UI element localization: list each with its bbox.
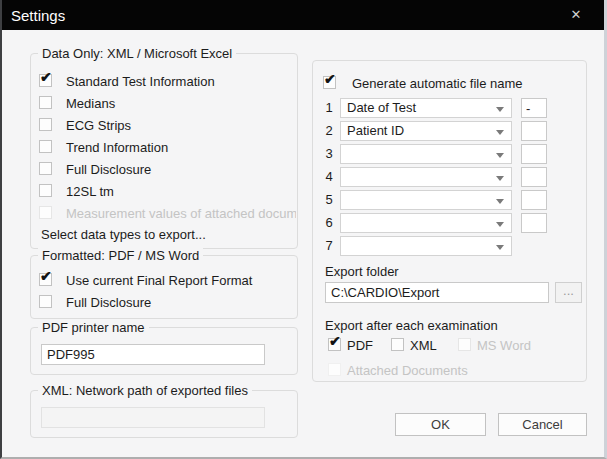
dialog-body: Data Only: XML / Microsoft Excel ✔ Stand… xyxy=(2,30,604,457)
checkbox-ecg-strips[interactable]: ECG Strips xyxy=(39,117,293,133)
checkbox-box-xml[interactable] xyxy=(391,338,404,351)
group-title: XML: Network path of exported files xyxy=(38,383,252,398)
checkbox-full-disclosure-formatted[interactable]: Full Disclosure xyxy=(39,294,293,310)
dropdown-value: Date of Test xyxy=(347,100,416,115)
close-icon[interactable]: ✕ xyxy=(561,2,591,26)
pdf-printer-group: PDF printer name xyxy=(30,327,298,375)
checkmark-icon: ✔ xyxy=(40,269,52,283)
checkmark-icon: ✔ xyxy=(324,72,336,86)
checkbox-12sl-tm[interactable]: 12SL tm xyxy=(39,183,293,199)
file-name-part-row-1: 1 Date of Test xyxy=(313,98,588,118)
file-name-part-row-3: 3 xyxy=(313,144,588,164)
row-number: 5 xyxy=(321,192,337,207)
file-name-part-row-4: 4 xyxy=(313,167,588,187)
ok-button[interactable]: OK xyxy=(395,413,486,436)
row-number: 6 xyxy=(321,215,337,230)
dropdown-value: Patient ID xyxy=(347,123,404,138)
checkbox-label-xml: XML xyxy=(410,338,437,353)
chevron-down-icon xyxy=(496,222,504,227)
checkbox-full-disclosure-data[interactable]: Full Disclosure xyxy=(39,161,293,177)
checkbox-label: Full Disclosure xyxy=(66,295,151,310)
row-number: 3 xyxy=(321,146,337,161)
checkmark-icon: ✔ xyxy=(40,70,52,84)
row-number: 1 xyxy=(321,100,337,115)
checkbox-box[interactable] xyxy=(39,162,52,175)
checkbox-box[interactable] xyxy=(39,184,52,197)
name-part-7-dropdown[interactable] xyxy=(340,236,512,256)
checkbox-label: Trend Information xyxy=(66,140,168,155)
checkbox-label: 12SL tm xyxy=(66,184,114,199)
name-part-2-dropdown[interactable]: Patient ID xyxy=(340,121,512,141)
chevron-down-icon xyxy=(496,130,504,135)
checkbox-box-pdf[interactable]: ✔ xyxy=(328,338,341,351)
chevron-down-icon xyxy=(496,176,504,181)
checkbox-label: Measurement values of attached documents xyxy=(66,206,296,221)
data-only-group: Data Only: XML / Microsoft Excel ✔ Stand… xyxy=(30,53,298,249)
file-name-part-row-2: 2 Patient ID xyxy=(313,121,588,141)
export-folder-label: Export folder xyxy=(325,264,399,279)
pdf-printer-name-input[interactable] xyxy=(41,344,265,365)
checkbox-box xyxy=(328,363,341,376)
separator-6-input[interactable] xyxy=(521,213,547,233)
export-folder-input[interactable] xyxy=(325,282,549,303)
name-part-5-dropdown[interactable] xyxy=(340,190,512,210)
checkbox-use-current-final-report-format[interactable]: ✔ Use current Final Report Format xyxy=(39,272,293,288)
file-name-group: ✔ Generate automatic file name 1 Date of… xyxy=(312,60,587,382)
chevron-down-icon xyxy=(496,199,504,204)
xml-path-group: XML: Network path of exported files xyxy=(30,390,298,438)
checkbox-label-pdf: PDF xyxy=(347,338,373,353)
checkbox-box[interactable] xyxy=(39,96,52,109)
checkbox-label: Use current Final Report Format xyxy=(66,273,252,288)
name-part-1-dropdown[interactable]: Date of Test xyxy=(340,98,512,118)
checkbox-label: Generate automatic file name xyxy=(352,76,523,91)
checkbox-box[interactable] xyxy=(39,118,52,131)
checkbox-label: Medians xyxy=(66,96,115,111)
checkbox-box[interactable]: ✔ xyxy=(39,74,52,87)
checkbox-box[interactable]: ✔ xyxy=(323,76,336,89)
formatted-group: Formatted: PDF / MS Word ✔ Use current F… xyxy=(30,255,298,319)
checkbox-medians[interactable]: Medians xyxy=(39,95,293,111)
checkbox-box[interactable] xyxy=(39,295,52,308)
chevron-down-icon xyxy=(496,245,504,250)
checkbox-standard-test-information[interactable]: ✔ Standard Test Information xyxy=(39,73,293,89)
browse-button[interactable]: ... xyxy=(555,282,582,303)
row-number: 4 xyxy=(321,169,337,184)
checkbox-trend-information[interactable]: Trend Information xyxy=(39,139,293,155)
name-part-4-dropdown[interactable] xyxy=(340,167,512,187)
checkbox-measurement-values: Measurement values of attached documents xyxy=(39,205,296,221)
separator-5-input[interactable] xyxy=(521,190,547,210)
checkbox-label: Full Disclosure xyxy=(66,162,151,177)
xml-path-input xyxy=(41,407,265,428)
group-title: Data Only: XML / Microsoft Excel xyxy=(38,46,236,61)
file-name-part-row-5: 5 xyxy=(313,190,588,210)
file-name-part-row-6: 6 xyxy=(313,213,588,233)
chevron-down-icon xyxy=(496,107,504,112)
checkbox-box[interactable] xyxy=(39,140,52,153)
name-part-3-dropdown[interactable] xyxy=(340,144,512,164)
checkbox-box[interactable]: ✔ xyxy=(39,273,52,286)
separator-3-input[interactable] xyxy=(521,144,547,164)
separator-4-input[interactable] xyxy=(521,167,547,187)
name-part-6-dropdown[interactable] xyxy=(340,213,512,233)
checkmark-icon: ✔ xyxy=(329,334,341,348)
checkbox-attached-documents: Attached Documents xyxy=(313,362,588,378)
dialog-title: Settings xyxy=(11,7,65,24)
group-title: PDF printer name xyxy=(38,320,149,335)
cancel-button[interactable]: Cancel xyxy=(498,413,587,436)
checkbox-label: Attached Documents xyxy=(347,363,468,378)
export-after-label: Export after each examination xyxy=(325,318,498,333)
group-title: Formatted: PDF / MS Word xyxy=(38,248,203,263)
title-bar[interactable]: Settings ✕ xyxy=(0,0,607,30)
checkbox-box xyxy=(39,206,52,219)
row-number: 2 xyxy=(321,123,337,138)
checkbox-label: ECG Strips xyxy=(66,118,131,133)
separator-1-input[interactable] xyxy=(521,98,547,118)
checkbox-label-ms-word: MS Word xyxy=(477,338,531,353)
file-name-part-row-7: 7 xyxy=(313,236,588,256)
separator-2-input[interactable] xyxy=(521,121,547,141)
select-data-types-hint: Select data types to export... xyxy=(41,227,206,242)
export-after-options-row: ✔ PDF XML MS Word xyxy=(313,337,588,353)
row-number: 7 xyxy=(321,238,337,253)
checkbox-generate-automatic-file-name[interactable]: ✔ Generate automatic file name xyxy=(323,75,582,91)
checkbox-box-ms-word xyxy=(458,338,471,351)
